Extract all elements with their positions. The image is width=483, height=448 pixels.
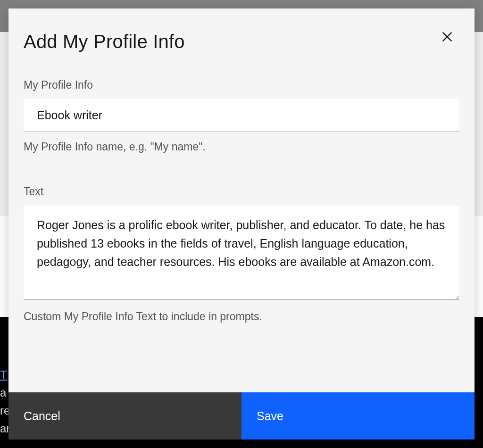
profile-name-field-group: My Profile Info My Profile Info name, e.… [24,79,459,153]
bg-footer-link[interactable]: T [0,368,7,381]
cancel-button[interactable]: Cancel [8,392,242,440]
save-button[interactable]: Save [242,392,475,440]
add-profile-info-modal: Add My Profile Info My Profile Info My P… [8,8,475,440]
modal-title: Add My Profile Info [24,31,459,52]
modal-body: Add My Profile Info My Profile Info My P… [8,8,475,392]
close-button[interactable] [437,27,458,48]
modal-footer: Cancel Save [8,392,475,440]
profile-name-input[interactable] [24,99,459,132]
profile-text-help: Custom My Profile Info Text to include i… [24,310,459,323]
profile-text-label: Text [24,185,459,198]
close-icon [441,31,453,45]
profile-text-textarea[interactable] [24,206,459,300]
profile-name-label: My Profile Info [24,79,459,91]
profile-text-field-group: Text Custom My Profile Info Text to incl… [24,185,459,323]
profile-name-help: My Profile Info name, e.g. "My name". [24,141,459,153]
